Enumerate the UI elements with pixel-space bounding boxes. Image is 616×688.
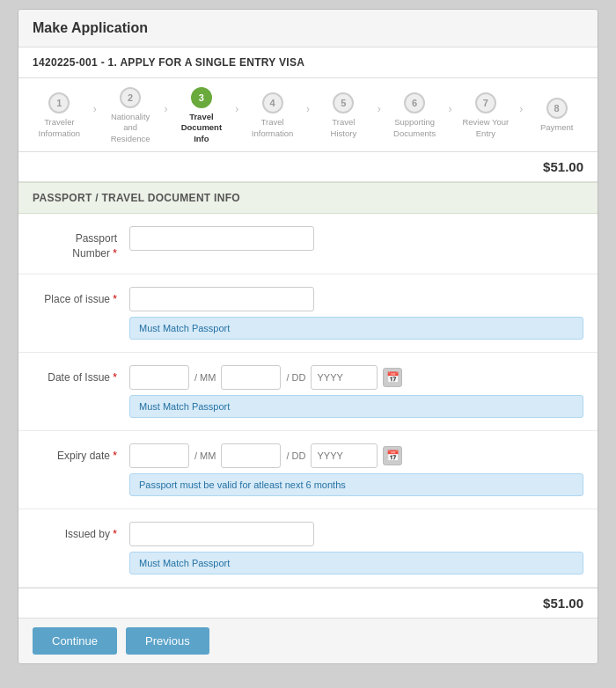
expiry-date-inputs: / MM / DD 📅	[129, 443, 583, 468]
date-of-issue-inputs: / MM / DD 📅	[129, 365, 583, 390]
step-circle-7: 7	[475, 92, 496, 113]
step-circle-3: 3	[191, 87, 212, 108]
step-circle-4: 4	[262, 92, 283, 113]
mm-label: / MM	[194, 372, 216, 383]
date-of-issue-row: Date of Issue * / MM / DD 📅 Must Match P…	[18, 353, 598, 431]
application-header: 1420225-001 - 1. APPLY FOR A SINGLE ENTR…	[18, 48, 598, 78]
step-5[interactable]: 5 TravelHistory	[310, 92, 378, 139]
dd-label: / DD	[286, 372, 305, 383]
expiry-date-hint: Passport must be valid for atleast next …	[129, 473, 583, 496]
step-label-2: Nationality andResidence	[104, 112, 157, 144]
issued-by-row: Issued by * Must Match Passport	[18, 509, 598, 588]
expiry-date-calendar-icon[interactable]: 📅	[383, 446, 402, 465]
step-circle-5: 5	[333, 92, 354, 113]
step-circle-1: 1	[48, 92, 70, 113]
expiry-date-row: Expiry date * / MM / DD 📅 Passport must …	[18, 431, 598, 509]
expiry-mm-label: / MM	[194, 450, 216, 461]
step-circle-6: 6	[404, 92, 425, 113]
issued-by-hint: Must Match Passport	[129, 552, 583, 575]
date-of-issue-calendar-icon[interactable]: 📅	[383, 368, 402, 387]
passport-number-field	[129, 226, 583, 251]
expiry-date-dd[interactable]	[221, 443, 281, 468]
step-4[interactable]: 4 TravelInformation	[238, 92, 306, 139]
step-8[interactable]: 8 Payment	[523, 98, 590, 133]
required-star-5: *	[113, 528, 117, 540]
step-1[interactable]: 1 TravelerInformation	[26, 92, 93, 139]
step-label-7: Review YourEntry	[462, 117, 509, 139]
step-label-4: TravelInformation	[252, 117, 294, 139]
form-area: PassportNumber * Place of issue * Must M…	[18, 214, 598, 588]
step-label-5: TravelHistory	[331, 117, 357, 139]
place-of-issue-input[interactable]	[129, 287, 314, 311]
steps-bar: 1 TravelerInformation › 2 Nationality an…	[18, 78, 598, 152]
date-of-issue-dd[interactable]	[221, 365, 281, 390]
step-7[interactable]: 7 Review YourEntry	[452, 92, 520, 139]
date-of-issue-mm[interactable]	[129, 365, 189, 390]
required-star-4: *	[113, 450, 117, 462]
expiry-dd-label: / DD	[286, 450, 305, 461]
issued-by-input[interactable]	[129, 522, 314, 546]
previous-button[interactable]: Previous	[126, 627, 209, 655]
step-circle-2: 2	[120, 87, 141, 108]
place-of-issue-hint: Must Match Passport	[129, 317, 583, 340]
place-of-issue-row: Place of issue * Must Match Passport	[18, 274, 598, 353]
price-top: $51.00	[18, 152, 598, 182]
price-bottom: $51.00	[18, 588, 598, 618]
step-6[interactable]: 6 SupportingDocuments	[381, 92, 449, 139]
expiry-date-yyyy[interactable]	[311, 443, 378, 468]
passport-number-input[interactable]	[129, 226, 314, 251]
date-of-issue-hint: Must Match Passport	[129, 395, 583, 418]
passport-number-row: PassportNumber *	[18, 214, 598, 274]
page-title: Make Application	[18, 10, 598, 48]
issued-by-label: Issued by *	[33, 522, 129, 542]
date-of-issue-yyyy[interactable]	[311, 365, 378, 390]
required-star-2: *	[113, 293, 117, 305]
step-label-8: Payment	[540, 122, 574, 133]
continue-button[interactable]: Continue	[33, 627, 117, 655]
buttons-row: Continue Previous	[18, 618, 598, 663]
expiry-date-label: Expiry date *	[33, 443, 129, 464]
expiry-date-field: / MM / DD 📅 Passport must be valid for a…	[129, 443, 583, 496]
required-star-3: *	[113, 371, 117, 384]
date-of-issue-field: / MM / DD 📅 Must Match Passport	[129, 365, 583, 418]
passport-number-label: PassportNumber *	[33, 226, 129, 261]
place-of-issue-field: Must Match Passport	[129, 287, 583, 340]
date-of-issue-label: Date of Issue *	[33, 365, 129, 385]
issued-by-field: Must Match Passport	[129, 522, 583, 575]
step-label-6: SupportingDocuments	[393, 117, 436, 139]
step-label-3: Travel DocumentInfo	[175, 112, 228, 144]
step-3[interactable]: 3 Travel DocumentInfo	[168, 87, 236, 144]
section-title: PASSPORT / TRAVEL DOCUMENT INFO	[18, 182, 598, 214]
expiry-date-mm[interactable]	[129, 443, 189, 468]
application-window: Make Application 1420225-001 - 1. APPLY …	[18, 9, 598, 664]
place-of-issue-label: Place of issue *	[33, 287, 129, 307]
required-star: *	[113, 247, 117, 260]
step-2[interactable]: 2 Nationality andResidence	[97, 87, 165, 144]
step-label-1: TravelerInformation	[39, 117, 81, 139]
step-circle-8: 8	[546, 98, 568, 119]
